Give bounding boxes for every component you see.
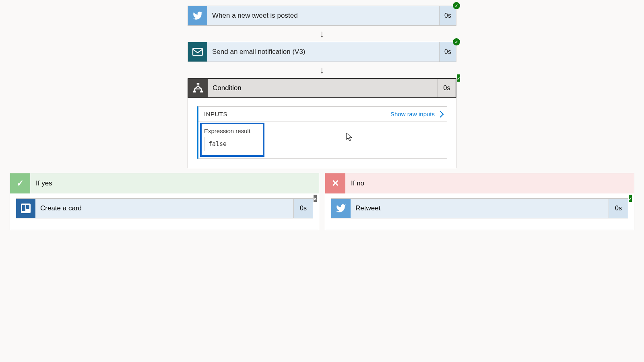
email-step[interactable]: Send an email notification (V3) 0s	[188, 42, 456, 62]
svg-rect-5	[22, 205, 25, 211]
if-yes-header[interactable]: ✓ If yes	[10, 173, 319, 193]
trigger-duration: 0s	[439, 6, 456, 25]
condition-icon	[188, 79, 208, 97]
show-raw-inputs-link[interactable]: Show raw inputs	[390, 111, 443, 117]
if-no-label: If no	[345, 179, 634, 187]
trigger-label: When a new tweet is posted	[207, 6, 439, 25]
trigger-step[interactable]: When a new tweet is posted 0s	[188, 6, 456, 26]
expression-result-label: Expression result	[204, 128, 441, 134]
twitter-icon	[188, 6, 207, 25]
cross-icon: ✕	[332, 178, 339, 189]
condition-duration: 0s	[438, 79, 456, 97]
condition-label: Condition	[208, 79, 438, 97]
svg-rect-0	[193, 48, 202, 55]
twitter-icon	[331, 199, 351, 218]
if-no-branch: ✕ If no Retweet 0s	[325, 173, 634, 230]
skipped-icon	[314, 195, 317, 202]
success-icon	[629, 195, 632, 202]
condition-detail: INPUTS Show raw inputs Expression result…	[188, 98, 456, 168]
if-yes-branch: ✓ If yes Create a card 0s	[10, 173, 319, 230]
svg-rect-6	[26, 205, 29, 209]
create-card-label: Create a card	[35, 199, 293, 218]
arrow-down-icon: ↓	[188, 62, 456, 78]
retweet-duration: 0s	[609, 199, 628, 218]
success-icon	[457, 74, 460, 82]
svg-rect-1	[197, 83, 200, 84]
email-label: Send an email notification (V3)	[207, 42, 439, 62]
svg-rect-2	[193, 91, 196, 93]
email-duration: 0s	[439, 42, 456, 62]
check-icon: ✓	[17, 178, 24, 189]
arrow-down-icon: ↓	[188, 26, 456, 42]
chevron-right-icon	[437, 111, 444, 117]
retweet-label: Retweet	[351, 199, 609, 218]
success-icon	[453, 2, 460, 9]
expression-result-value: false	[204, 137, 441, 151]
if-yes-label: If yes	[30, 179, 319, 187]
trello-icon	[16, 199, 35, 218]
retweet-step[interactable]: Retweet 0s	[331, 198, 628, 218]
create-card-duration: 0s	[293, 199, 313, 218]
condition-card[interactable]: Condition 0s INPUTS Show raw inputs Expr…	[188, 78, 456, 168]
if-no-header[interactable]: ✕ If no	[325, 173, 634, 193]
svg-rect-3	[200, 91, 203, 93]
inputs-label: INPUTS	[204, 111, 227, 117]
success-icon	[453, 38, 460, 45]
create-card-step[interactable]: Create a card 0s	[16, 198, 313, 218]
mail-icon	[188, 42, 207, 62]
